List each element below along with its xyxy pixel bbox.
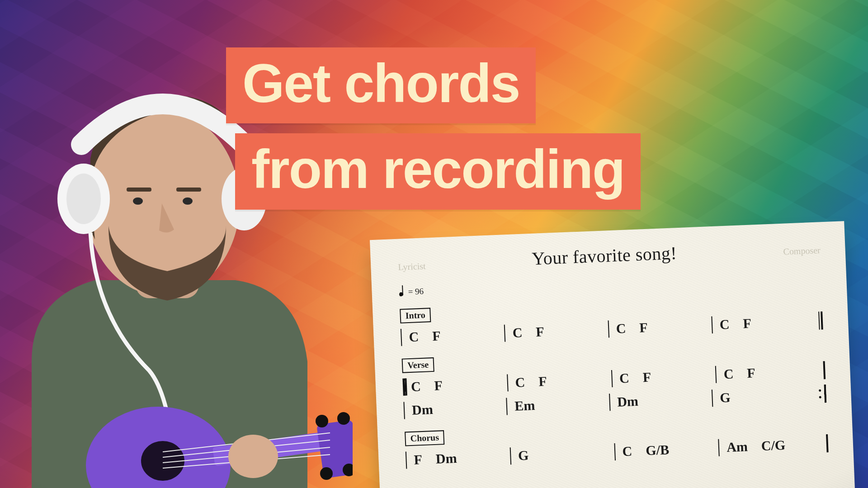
lyricist-label: Lyricist — [398, 261, 426, 272]
barline-end — [826, 434, 829, 452]
chord: Dm — [435, 450, 457, 467]
bar: FDm — [406, 446, 510, 469]
section-label: Verse — [402, 357, 434, 373]
bar: CF — [715, 361, 820, 384]
bar: Dm — [403, 397, 507, 420]
chord: F — [743, 316, 752, 332]
bar: CF — [611, 365, 716, 388]
quarter-note-icon — [399, 288, 406, 296]
barline-end — [818, 311, 824, 329]
bar: CF — [402, 373, 507, 396]
svg-point-14 — [337, 412, 350, 425]
chord: C — [616, 321, 626, 337]
chord-line: CFCFCFCF — [401, 311, 824, 347]
chord: C — [515, 375, 525, 390]
chord: F — [642, 370, 651, 385]
tempo-value: = 96 — [408, 286, 424, 297]
section-intro: IntroCFCFCFCF — [400, 292, 824, 347]
chord: C — [723, 366, 734, 382]
chord: F — [538, 374, 547, 389]
svg-rect-5 — [176, 188, 201, 192]
svg-point-7 — [66, 174, 101, 224]
bar: CF — [711, 311, 816, 334]
chord: F — [536, 324, 545, 340]
bar: CF — [608, 315, 712, 338]
chord: F — [639, 320, 648, 336]
chord: Am — [726, 439, 748, 455]
sheet-title: Your favorite song! — [425, 238, 783, 274]
section-label: Intro — [400, 308, 431, 324]
chord: C — [619, 371, 630, 386]
chord-sheet: Lyricist Your favorite song! Composer = … — [370, 221, 855, 488]
chord: C — [719, 317, 730, 333]
bar: Em — [506, 393, 609, 416]
chord: F — [414, 452, 423, 468]
bar: AmC/G — [718, 434, 823, 457]
chord-line: FDmGCG/BAmC/G — [406, 434, 829, 469]
bar: CF — [504, 319, 609, 343]
chord: F — [432, 328, 441, 344]
section-label: Chorus — [405, 430, 445, 446]
tempo-marking: = 96 — [399, 270, 821, 297]
chord: C — [512, 325, 523, 341]
chord: C — [410, 379, 421, 394]
chord: F — [747, 365, 756, 381]
svg-point-13 — [316, 415, 328, 427]
chord: C — [622, 443, 632, 459]
composer-label: Composer — [783, 245, 821, 257]
bar: G — [509, 442, 614, 465]
chord: C/G — [761, 437, 786, 454]
bar: CG/B — [614, 438, 719, 461]
svg-point-21 — [228, 435, 278, 478]
barline-end — [819, 385, 827, 403]
section-verse: VerseCFCFCFCFDmEmDmG — [402, 342, 827, 420]
section-chorus: ChorusFDmGCG/BAmC/G — [405, 415, 829, 469]
chord: C — [409, 329, 419, 345]
barline-end — [823, 361, 826, 379]
svg-rect-4 — [127, 188, 151, 192]
title-block: Get chords from recording — [226, 47, 641, 210]
sections-container: IntroCFCFCFCFVerseCFCFCFCFDmEmDmGChorusF… — [400, 292, 829, 469]
bar: CF — [507, 369, 612, 392]
chord: G/B — [646, 442, 670, 458]
svg-point-15 — [320, 467, 333, 480]
sheet-header: Lyricist Your favorite song! Composer — [397, 236, 821, 274]
thumbnail-stage: Get chords from recording Lyricist Your … — [0, 0, 868, 488]
bar: Dm — [609, 389, 712, 412]
title-line-2: from recording — [235, 133, 641, 209]
bar: G — [712, 385, 815, 408]
title-line-1: Get chords — [226, 47, 536, 123]
svg-point-3 — [183, 197, 193, 205]
bar: CF — [401, 324, 505, 347]
svg-point-2 — [133, 197, 143, 205]
chord: F — [434, 378, 443, 394]
